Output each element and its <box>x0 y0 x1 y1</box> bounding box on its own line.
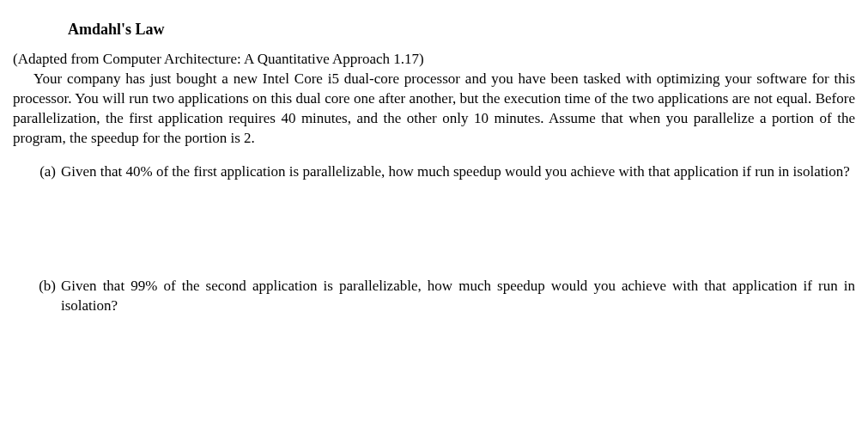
question-label: (a) <box>37 162 61 182</box>
question-item-b: (b) Given that 99% of the second applica… <box>37 277 855 316</box>
section-title: Amdahl's Law <box>68 19 855 40</box>
intro-body: Your company has just bought a new Intel… <box>13 70 855 149</box>
question-item-a: (a) Given that 40% of the first applicat… <box>37 162 855 182</box>
question-list: (a) Given that 40% of the first applicat… <box>13 162 855 316</box>
intro-source: (Adapted from Computer Architecture: A Q… <box>13 50 855 70</box>
question-text: Given that 99% of the second application… <box>61 277 855 316</box>
question-label: (b) <box>37 277 61 296</box>
question-text: Given that 40% of the first application … <box>61 162 855 182</box>
